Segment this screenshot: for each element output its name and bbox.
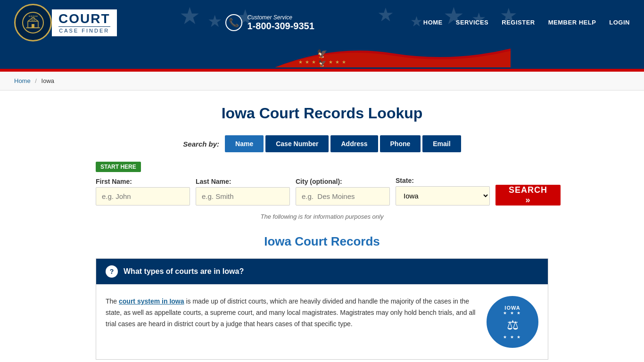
city-input[interactable] (296, 187, 390, 206)
customer-service: 📞 Customer Service 1-800-309-9351 (225, 14, 314, 32)
faq-item: ? What types of courts are in Iowa? The … (96, 258, 548, 360)
faq-text: The court system in Iowa is made up of d… (106, 296, 477, 329)
nav-login[interactable]: LOGIN (609, 19, 630, 26)
state-label: State: (396, 177, 490, 184)
state-group: State: Iowa Alabama Alaska Arizona Arkan… (396, 177, 490, 206)
nav-home[interactable]: HOME (423, 19, 443, 26)
customer-service-info: Customer Service 1-800-309-9351 (247, 14, 314, 32)
last-name-label: Last Name: (196, 178, 290, 185)
breadcrumb-current: Iowa (41, 77, 54, 84)
search-button[interactable]: SEARCH » (495, 185, 561, 206)
last-name-input[interactable] (196, 187, 290, 206)
main-content: Iowa Court Records Lookup Search by: Nam… (86, 90, 558, 362)
nav-member-help[interactable]: MEMBER HELP (548, 19, 596, 26)
breadcrumb-sep: / (35, 77, 37, 84)
breadcrumb: Home / Iowa (0, 72, 644, 90)
seal-stars-bottom: ★ ★ ★ (503, 335, 521, 339)
logo-area[interactable]: ⚖ ★★★★★ COURT CASE FINDER (14, 4, 117, 41)
svg-text:★★★★★: ★★★★★ (28, 15, 38, 17)
logo-court: COURT (58, 12, 110, 25)
seal-stars: ★ ★ ★ (503, 311, 521, 315)
search-by-label: Search by: (183, 140, 219, 148)
faq-body: The court system in Iowa is made up of d… (96, 284, 548, 359)
phone-icon: 📞 (225, 14, 242, 31)
customer-service-phone: 1-800-309-9351 (247, 21, 314, 32)
logo-circle: ⚖ ★★★★★ (14, 4, 52, 41)
last-name-group: Last Name: (196, 178, 290, 206)
tab-case-number[interactable]: Case Number (265, 135, 329, 152)
city-label: City (optional): (296, 178, 390, 185)
start-here-badge: START HERE (96, 162, 141, 172)
first-name-label: First Name: (96, 178, 190, 185)
city-group: City (optional): (296, 178, 390, 206)
customer-service-label: Customer Service (247, 14, 314, 21)
tab-name[interactable]: Name (225, 135, 264, 152)
search-form-row: First Name: Last Name: City (optional): … (96, 177, 548, 206)
svg-rect-3 (32, 24, 34, 28)
seal-text: IOWA (504, 305, 520, 311)
iowa-seal: IOWA ★ ★ ★ ⚖ ★ ★ ★ (487, 296, 538, 348)
eagle-area: 🦅 ★★★ 🦅 ★★★ (275, 44, 369, 69)
tab-phone[interactable]: Phone (380, 135, 421, 152)
faq-link[interactable]: court system in Iowa (119, 297, 184, 305)
faq-icon: ? (106, 265, 118, 278)
disclaimer: The following is for information purpose… (96, 213, 548, 220)
logo-case-finder: CASE FINDER (58, 26, 110, 33)
state-select[interactable]: Iowa Alabama Alaska Arizona Arkansas Cal… (396, 186, 490, 206)
tab-address[interactable]: Address (330, 135, 378, 152)
first-name-input[interactable] (96, 187, 190, 206)
main-nav: HOME SERVICES REGISTER MEMBER HELP LOGIN (423, 19, 630, 26)
nav-services[interactable]: SERVICES (456, 19, 489, 26)
faq-question: What types of courts are in Iowa? (124, 267, 244, 276)
logo-text: COURT CASE FINDER (52, 9, 117, 36)
faq-header[interactable]: ? What types of courts are in Iowa? (96, 259, 548, 284)
banner-wave: 🦅 ★★★ 🦅 ★★★ (0, 45, 644, 69)
search-by-row: Search by: Name Case Number Address Phon… (96, 135, 548, 152)
page-title: Iowa Court Records Lookup (96, 105, 548, 122)
first-name-group: First Name: (96, 178, 190, 206)
site-header: ★ ★ ★ ★ ★ ★ ★ ★ ⚖ ★★★★★ COURT CASE FINDE… (0, 0, 644, 45)
nav-register[interactable]: REGISTER (502, 19, 535, 26)
seal-icon: ⚖ (507, 317, 519, 333)
breadcrumb-home[interactable]: Home (14, 77, 31, 84)
section-title: Iowa Court Records (96, 234, 548, 249)
tab-email[interactable]: Email (422, 135, 461, 152)
